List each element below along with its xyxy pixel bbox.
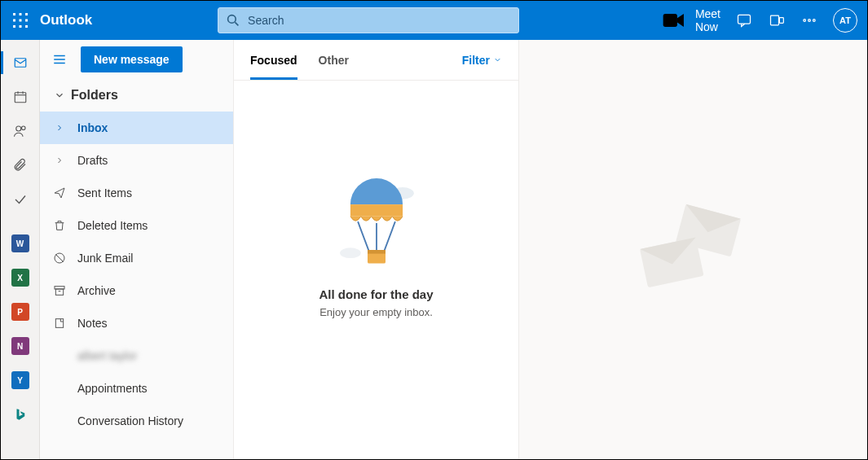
check-icon bbox=[13, 192, 28, 207]
bing-icon bbox=[13, 407, 28, 422]
search-input[interactable] bbox=[248, 14, 510, 27]
svg-rect-18 bbox=[15, 59, 26, 68]
svg-point-23 bbox=[15, 126, 20, 131]
svg-rect-7 bbox=[20, 25, 22, 28]
svg-point-35 bbox=[340, 248, 361, 258]
new-message-button[interactable]: New message bbox=[81, 46, 183, 72]
teams-button[interactable] bbox=[768, 11, 786, 29]
folder-conversation-history[interactable]: Conversation History bbox=[40, 405, 233, 437]
folder-user[interactable]: albert taylor bbox=[40, 340, 233, 372]
search-box[interactable] bbox=[218, 7, 519, 33]
folder-label: Conversation History bbox=[77, 414, 183, 427]
rail-excel[interactable]: X bbox=[1, 261, 40, 294]
yammer-icon: Y bbox=[11, 371, 29, 389]
svg-rect-14 bbox=[779, 18, 783, 24]
folder-label: Notes bbox=[77, 317, 108, 330]
rail-powerpoint[interactable]: P bbox=[1, 296, 40, 328]
hamburger-button[interactable] bbox=[50, 50, 69, 69]
svg-rect-19 bbox=[15, 93, 26, 103]
svg-rect-0 bbox=[13, 13, 15, 15]
rail-bing[interactable] bbox=[1, 398, 40, 431]
attachment-icon bbox=[13, 158, 28, 173]
folder-sidebar: New message Folders Inbox Drafts Sent It… bbox=[40, 40, 234, 459]
svg-point-15 bbox=[804, 20, 806, 22]
folder-inbox[interactable]: Inbox bbox=[40, 112, 233, 144]
folder-notes[interactable]: Notes bbox=[40, 307, 233, 340]
search-icon bbox=[227, 14, 240, 27]
svg-rect-2 bbox=[25, 13, 28, 15]
chevron-right-icon bbox=[55, 123, 64, 133]
chat-icon bbox=[736, 12, 752, 28]
folder-junk[interactable]: Junk Email bbox=[40, 242, 233, 274]
svg-rect-13 bbox=[771, 15, 779, 25]
rail-onenote[interactable]: N bbox=[1, 330, 40, 362]
svg-line-39 bbox=[384, 221, 395, 252]
avatar-initials: AT bbox=[839, 15, 851, 25]
folder-label: Archive bbox=[77, 284, 116, 297]
folders-label: Folders bbox=[71, 88, 118, 103]
folder-archive[interactable]: Archive bbox=[40, 274, 233, 307]
people-icon bbox=[13, 124, 28, 138]
folder-label: Inbox bbox=[77, 121, 108, 134]
svg-rect-3 bbox=[13, 20, 15, 22]
tab-focused[interactable]: Focused bbox=[250, 40, 297, 80]
video-icon bbox=[661, 7, 687, 33]
rail-word[interactable]: W bbox=[1, 227, 40, 260]
folder-label: Junk Email bbox=[77, 252, 133, 265]
trash-icon bbox=[53, 219, 66, 232]
svg-rect-8 bbox=[25, 25, 28, 28]
empty-title: All done for the day bbox=[319, 287, 433, 301]
folder-appointments[interactable]: Appointments bbox=[40, 372, 233, 405]
svg-rect-36 bbox=[350, 204, 402, 217]
rail-yammer[interactable]: Y bbox=[1, 364, 40, 396]
svg-point-17 bbox=[813, 20, 816, 22]
folder-drafts[interactable]: Drafts bbox=[40, 144, 233, 177]
rail-calendar[interactable] bbox=[1, 81, 40, 113]
svg-rect-12 bbox=[738, 15, 751, 24]
svg-rect-1 bbox=[20, 13, 22, 15]
folders-header[interactable]: Folders bbox=[40, 79, 233, 112]
inbox-tabbar: Focused Other Filter bbox=[234, 40, 518, 81]
svg-rect-33 bbox=[55, 319, 63, 328]
mail-icon bbox=[13, 55, 28, 70]
balloon-icon bbox=[332, 170, 421, 276]
avatar[interactable]: AT bbox=[833, 8, 857, 33]
svg-rect-4 bbox=[20, 20, 22, 22]
chevron-right-icon bbox=[55, 156, 64, 165]
folder-label: Deleted Items bbox=[77, 219, 148, 232]
powerpoint-icon: P bbox=[11, 303, 29, 321]
word-icon: W bbox=[11, 234, 29, 252]
folder-label: Sent Items bbox=[77, 186, 132, 199]
excel-icon: X bbox=[11, 269, 29, 287]
chevron-down-icon bbox=[493, 55, 502, 64]
svg-point-9 bbox=[228, 15, 236, 24]
svg-line-10 bbox=[235, 22, 238, 25]
rail-todo[interactable] bbox=[1, 183, 40, 216]
rail-mail[interactable] bbox=[1, 46, 40, 79]
onenote-icon: N bbox=[11, 337, 29, 355]
folder-sent[interactable]: Sent Items bbox=[40, 177, 233, 209]
menu-icon bbox=[52, 52, 67, 67]
folder-label: Appointments bbox=[77, 382, 148, 395]
svg-point-16 bbox=[809, 20, 811, 22]
waffle-icon bbox=[13, 13, 28, 28]
tab-other[interactable]: Other bbox=[319, 40, 349, 80]
brand-title: Outlook bbox=[40, 12, 92, 28]
rail-people[interactable] bbox=[1, 115, 40, 147]
folder-deleted[interactable]: Deleted Items bbox=[40, 209, 233, 242]
folder-label: Drafts bbox=[77, 154, 108, 167]
filter-button[interactable]: Filter bbox=[462, 54, 502, 67]
folder-label: albert taylor bbox=[77, 349, 137, 362]
app-launcher-button[interactable] bbox=[1, 1, 40, 40]
chat-button[interactable] bbox=[735, 11, 753, 29]
more-button[interactable] bbox=[800, 11, 818, 29]
rail-files[interactable] bbox=[1, 149, 40, 182]
svg-rect-6 bbox=[13, 25, 15, 28]
module-rail: W X P N Y bbox=[1, 40, 40, 459]
svg-rect-41 bbox=[368, 250, 386, 254]
svg-point-24 bbox=[21, 126, 25, 130]
message-list-pane: Focused Other Filter bbox=[234, 40, 519, 459]
block-icon bbox=[53, 252, 66, 265]
meet-now-label: Meet Now bbox=[695, 7, 720, 33]
meet-now-button[interactable]: Meet Now bbox=[661, 7, 720, 33]
